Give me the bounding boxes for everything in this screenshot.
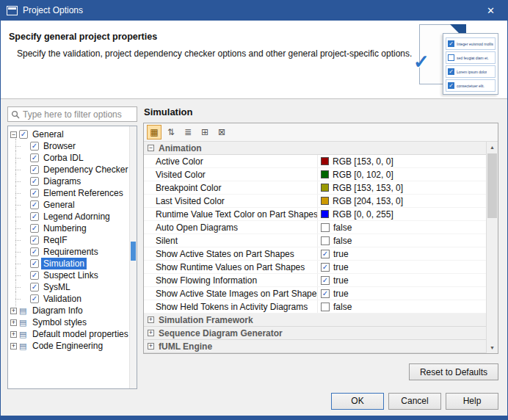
checkbox-checked-icon[interactable]: ✓: [321, 276, 330, 285]
checkbox-checked-icon[interactable]: ✓: [30, 212, 39, 221]
group-simulation-framework[interactable]: +Simulation Framework: [144, 314, 486, 327]
property-value[interactable]: RGB [0, 102, 0]: [318, 168, 486, 181]
tree-item-browser[interactable]: ✓Browser: [10, 140, 127, 152]
scroll-up-icon[interactable]: ▲: [487, 142, 498, 153]
tree-item-symbol-styles[interactable]: +▤Symbol styles: [10, 316, 127, 328]
checkbox-checked-icon[interactable]: ✓: [30, 271, 39, 280]
property-value[interactable]: RGB [153, 153, 0]: [318, 181, 486, 194]
property-value[interactable]: RGB [204, 153, 0]: [318, 195, 486, 207]
property-value[interactable]: ✓true: [318, 287, 486, 300]
tree-item-legend-adorning[interactable]: ✓Legend Adorning: [10, 211, 127, 222]
tree-item-requirements[interactable]: ✓Requirements: [10, 246, 127, 258]
checkbox-checked-icon[interactable]: ✓: [30, 283, 39, 292]
property-row-silent[interactable]: Silentfalse: [144, 234, 486, 247]
checkbox-checked-icon[interactable]: ✓: [321, 289, 330, 298]
tree-item-diagrams[interactable]: ✓Diagrams: [10, 175, 127, 187]
tree-item-reqif[interactable]: ✓ReqIF: [10, 234, 127, 246]
tree-item-label: Legend Adorning: [41, 211, 112, 222]
property-value[interactable]: RGB [153, 0, 0]: [318, 155, 486, 167]
expand-group-icon[interactable]: +: [148, 316, 154, 323]
expand-group-icon[interactable]: +: [148, 330, 154, 336]
property-row-show-active-state-images-on-part-shapes[interactable]: Show Active State Images on Part Shapes✓…: [144, 287, 486, 300]
property-row-visited-color[interactable]: Visited ColorRGB [0, 102, 0]: [144, 168, 486, 181]
tree-item-default-model-properties[interactable]: +▤Default model properties: [10, 328, 127, 340]
table-scrollbar-thumb[interactable]: [487, 153, 497, 218]
group-sequence-diagram-generator[interactable]: +Sequence Diagram Generator: [144, 327, 486, 340]
checkbox-unchecked-icon[interactable]: [321, 303, 330, 311]
tree-item-general[interactable]: ✓General: [10, 199, 127, 211]
property-name: Last Visited Color: [144, 195, 318, 207]
options-tree[interactable]: −✓General✓Browser✓Corba IDL✓Dependency C…: [7, 126, 137, 389]
cancel-button[interactable]: Cancel: [388, 393, 441, 410]
tree-item-corba-idl[interactable]: ✓Corba IDL: [10, 152, 127, 164]
expand-all-icon[interactable]: ⊞: [197, 125, 212, 140]
help-button[interactable]: Help: [446, 393, 498, 410]
property-value[interactable]: false: [318, 300, 486, 313]
checkbox-checked-icon[interactable]: ✓: [30, 294, 39, 303]
property-value[interactable]: RGB [0, 0, 255]: [318, 208, 486, 220]
property-value[interactable]: ✓true: [318, 274, 486, 286]
filter-input[interactable]: [23, 109, 134, 120]
tree-item-sysml[interactable]: ✓SysML: [10, 281, 127, 293]
expand-toggle-icon[interactable]: +: [10, 331, 17, 338]
tree-item-code-engineering[interactable]: +▤Code Engineering: [10, 340, 127, 352]
tree-item-numbering[interactable]: ✓Numbering: [10, 222, 127, 234]
checkbox-checked-icon[interactable]: ✓: [19, 130, 28, 139]
categorized-view-icon[interactable]: ▦: [147, 125, 162, 140]
group-fuml-engine[interactable]: +fUML Engine: [144, 340, 486, 353]
property-value[interactable]: false: [318, 234, 486, 247]
checkbox-checked-icon[interactable]: ✓: [30, 177, 39, 186]
tree-item-diagram-info[interactable]: +▤Diagram Info: [10, 305, 127, 316]
titlebar[interactable]: Project Options ✕: [1, 0, 507, 21]
checkbox-checked-icon[interactable]: ✓: [30, 224, 39, 233]
property-row-runtime-value-text-color-on-part-shapes[interactable]: Runtime Value Text Color on Part ShapesR…: [144, 208, 486, 221]
tree-item-element-references[interactable]: ✓Element References: [10, 187, 127, 199]
expand-group-icon[interactable]: +: [148, 343, 154, 350]
property-row-last-visited-color[interactable]: Last Visited ColorRGB [204, 153, 0]: [144, 195, 486, 208]
property-row-breakpoint-color[interactable]: Breakpoint ColorRGB [153, 153, 0]: [144, 181, 486, 195]
collapse-group-icon[interactable]: −: [148, 145, 154, 151]
close-icon[interactable]: ✕: [474, 0, 507, 21]
tree-item-validation[interactable]: ✓Validation: [10, 293, 127, 305]
ok-button[interactable]: OK: [331, 393, 384, 410]
expand-toggle-icon[interactable]: +: [10, 319, 17, 326]
tree-item-general[interactable]: −✓General: [10, 128, 127, 140]
tree-item-suspect-links[interactable]: ✓Suspect Links: [10, 269, 127, 281]
property-value[interactable]: ✓true: [318, 247, 486, 260]
checkbox-checked-icon[interactable]: ✓: [30, 236, 39, 245]
tree-scrollbar[interactable]: [129, 126, 137, 388]
tree-item-simulation[interactable]: ✓Simulation: [10, 258, 127, 269]
tree-scrollbar-thumb[interactable]: [131, 242, 136, 261]
checkbox-checked-icon[interactable]: ✓: [30, 153, 39, 162]
checkbox-checked-icon[interactable]: ✓: [30, 165, 39, 174]
property-row-show-active-states-on-part-shapes[interactable]: Show Active States on Part Shapes✓true: [144, 247, 486, 261]
property-row-show-flowing-information[interactable]: Show Flowing Information✓true: [144, 274, 486, 287]
property-row-show-held-tokens-in-activity-diagrams[interactable]: Show Held Tokens in Activity Diagramsfal…: [144, 300, 486, 314]
expand-toggle-icon[interactable]: +: [10, 343, 17, 350]
reset-to-defaults-button[interactable]: Reset to Defaults: [409, 363, 498, 380]
expand-toggle-icon[interactable]: +: [10, 308, 17, 314]
tree-item-dependency-checker[interactable]: ✓Dependency Checker: [10, 164, 127, 175]
property-value[interactable]: false: [318, 221, 486, 233]
show-description-icon[interactable]: ≣: [181, 125, 195, 140]
checkbox-unchecked-icon[interactable]: [321, 236, 330, 245]
property-row-show-runtime-values-on-part-shapes[interactable]: Show Runtime Values on Part Shapes✓true: [144, 261, 486, 274]
checkbox-unchecked-icon[interactable]: [321, 223, 330, 232]
checkbox-checked-icon[interactable]: ✓: [30, 247, 39, 256]
group-animation[interactable]: −Animation: [144, 142, 486, 155]
scroll-down-icon[interactable]: ▼: [487, 342, 498, 353]
checkbox-checked-icon[interactable]: ✓: [30, 142, 39, 151]
property-value[interactable]: ✓true: [318, 261, 486, 273]
table-scrollbar[interactable]: ▲ ▼: [486, 142, 498, 353]
sort-alphabetically-icon[interactable]: ⇅: [164, 125, 178, 140]
property-row-auto-open-diagrams[interactable]: Auto Open Diagramsfalse: [144, 221, 486, 234]
checkbox-checked-icon[interactable]: ✓: [30, 200, 39, 209]
collapse-toggle-icon[interactable]: −: [10, 131, 17, 138]
checkbox-checked-icon[interactable]: ✓: [321, 263, 330, 272]
collapse-all-icon[interactable]: ⊠: [214, 125, 229, 140]
property-row-active-color[interactable]: Active ColorRGB [153, 0, 0]: [144, 155, 486, 168]
checkbox-checked-icon[interactable]: ✓: [30, 259, 39, 268]
checkbox-checked-icon[interactable]: ✓: [321, 250, 330, 258]
filter-box[interactable]: [7, 106, 137, 122]
checkbox-checked-icon[interactable]: ✓: [30, 189, 39, 198]
